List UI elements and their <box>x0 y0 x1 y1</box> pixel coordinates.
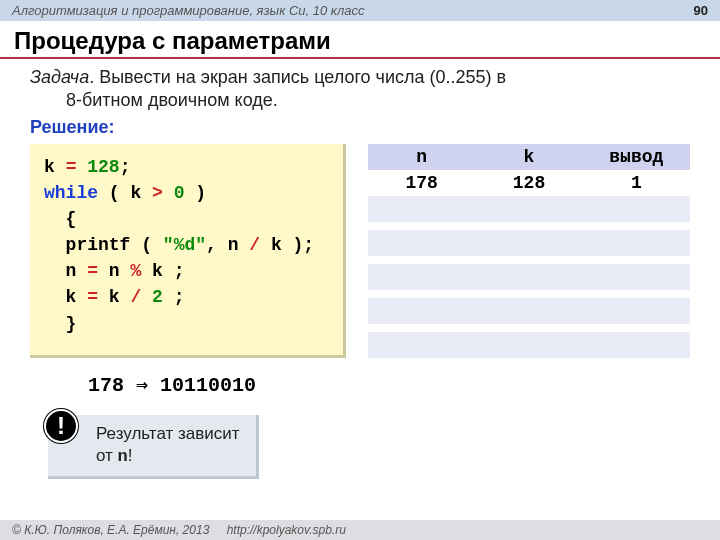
table-row <box>368 298 690 324</box>
footer-bar: © К.Ю. Поляков, Е.А. Ерёмин, 2013 http:/… <box>0 520 720 540</box>
note-box: ! Результат зависит от n! <box>48 415 259 479</box>
header-bar: Алгоритмизация и программирование, язык … <box>0 0 720 21</box>
th-n: n <box>368 144 475 170</box>
task-text1: . Вывести на экран запись целого числа (… <box>89 67 506 87</box>
table-row <box>368 196 690 222</box>
task-line2: 8-битном двоичном коде. <box>30 90 690 111</box>
exclamation-icon: ! <box>44 409 78 443</box>
th-out: вывод <box>583 144 690 170</box>
footer-url: http://kpolyakov.spb.ru <box>227 523 346 537</box>
course-label: Алгоритмизация и программирование, язык … <box>12 3 365 18</box>
th-k: k <box>475 144 582 170</box>
main-row: k = 128; while ( k > 0 ) { printf ( "%d"… <box>30 144 690 358</box>
note-var: n <box>118 447 128 466</box>
copyright: © К.Ю. Поляков, Е.А. Ерёмин, 2013 <box>12 523 209 537</box>
task-label: Задача <box>30 67 89 87</box>
table-row <box>368 332 690 358</box>
note-line2c: ! <box>128 446 133 465</box>
solution-label: Решение: <box>30 117 690 138</box>
page-title: Процедура с параметрами <box>0 21 720 59</box>
table-row: 178 128 1 <box>368 170 690 196</box>
table-row <box>368 264 690 290</box>
trace-table: n k вывод 178 128 1 <box>368 144 690 358</box>
note-line2a: от <box>96 446 118 465</box>
content-area: Задача. Вывести на экран запись целого ч… <box>0 59 720 479</box>
code-block: k = 128; while ( k > 0 ) { printf ( "%d"… <box>30 144 346 358</box>
note-line1: Результат зависит <box>96 424 240 443</box>
trace-header-row: n k вывод <box>368 144 690 170</box>
result-output: 178 ⇒ 10110010 <box>88 372 690 397</box>
table-row <box>368 230 690 256</box>
task-line1: Задача. Вывести на экран запись целого ч… <box>30 67 690 88</box>
page-number: 90 <box>694 3 708 18</box>
